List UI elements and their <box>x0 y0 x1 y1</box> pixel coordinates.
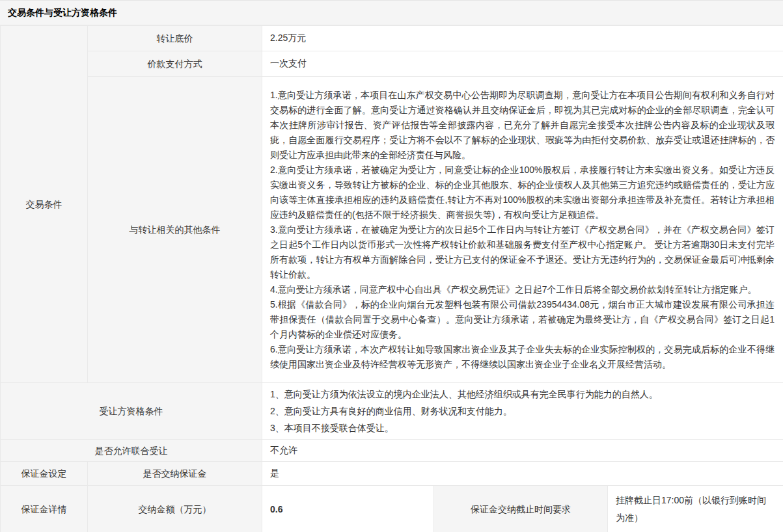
condition-paragraph: 6.意向受让方须承诺，本次产权转让如导致国家出资企业及其子企业失去标的企业实际控… <box>270 342 775 372</box>
group-label-deposit-details: 保证金详情 <box>1 486 88 532</box>
value-payment-method: 一次支付 <box>262 51 783 77</box>
table-row: 与转让相关的其他条件 1.意向受让方须承诺，本项目在山东产权交易中心公告期即为尽… <box>1 77 783 383</box>
table-row: 受让方资格条件 1、意向受让方须为依法设立的境内企业法人、其他经济组织或具有完全… <box>1 383 783 440</box>
table-row: 保证金设定 是否交纳保证金 是 <box>1 462 783 486</box>
qualification-item: 1、意向受让方须为依法设立的境内企业法人、其他经济组织或具有完全民事行为能力的自… <box>270 386 775 403</box>
conditions-table: 交易条件 转让底价 2.25万元 价款支付方式 一次支付 与转让相关的其他条件 … <box>0 25 783 532</box>
value-other-conditions: 1.意向受让方须承诺，本项目在山东产权交易中心公告期即为尽职调查期，意向受让方在… <box>262 77 783 383</box>
label-deposit-deadline: 保证金交纳截止时间要求 <box>434 486 608 532</box>
value-deposit-deadline: 挂牌截止日17:00前（以银行到账时间为准） <box>608 486 783 532</box>
value-qualification: 1、意向受让方须为依法设立的境内企业法人、其他经济组织或具有完全民事行为能力的自… <box>262 383 783 440</box>
table-row: 交易条件 转让底价 2.25万元 <box>1 26 783 51</box>
value-deposit-required: 是 <box>262 462 783 486</box>
value-deposit-amount: 0.6 <box>262 486 434 532</box>
condition-paragraph: 4.意向受让方须承诺，同意产权中心自出具《产权交易凭证》之日起7个工作日后将全部… <box>270 282 775 297</box>
table-row: 是否允许联合受让 不允许 <box>1 440 783 462</box>
group-label-deposit-setting: 保证金设定 <box>1 462 88 486</box>
value-base-price: 2.25万元 <box>262 26 783 51</box>
condition-paragraph: 1.意向受让方须承诺，本项目在山东产权交易中心公告期即为尽职调查期，意向受让方在… <box>270 88 775 163</box>
value-joint-transfer: 不允许 <box>262 440 783 462</box>
label-deposit-amount: 交纳金额（万元） <box>88 486 262 532</box>
condition-paragraph: 2.意向受让方须承诺，若被确定为受让方，同意受让标的企业100%股权后，承接履行… <box>270 163 775 222</box>
section-title: 交易条件与受让方资格条件 <box>0 1 783 25</box>
label-payment-method: 价款支付方式 <box>88 51 262 77</box>
condition-paragraph: 5.根据《借款合同》，标的企业向烟台元发塑料包装有限公司借款23954434.0… <box>270 297 775 342</box>
transaction-conditions-panel: 交易条件与受让方资格条件 交易条件 转让底价 2.25万元 价款支付方式 一次支… <box>0 0 783 532</box>
condition-paragraph: 3.意向受让方须承诺，在被确定为受让方的次日起5个工作日内与转让方签订《产权交易… <box>270 222 775 282</box>
group-label-trade-conditions: 交易条件 <box>1 26 88 383</box>
label-base-price: 转让底价 <box>88 26 262 51</box>
label-deposit-required: 是否交纳保证金 <box>88 462 262 486</box>
table-row: 保证金详情 交纳金额（万元） 0.6 保证金交纳截止时间要求 挂牌截止日17:0… <box>1 486 783 532</box>
qualification-item: 2、意向受让方具有良好的商业信用、财务状况和支付能力。 <box>270 403 775 419</box>
label-joint-transfer: 是否允许联合受让 <box>1 440 262 462</box>
qualification-item: 3、本项目不接受联合体受让。 <box>270 419 775 436</box>
label-other-conditions: 与转让相关的其他条件 <box>88 77 262 383</box>
table-row: 价款支付方式 一次支付 <box>1 51 783 77</box>
label-qualification: 受让方资格条件 <box>1 383 262 440</box>
